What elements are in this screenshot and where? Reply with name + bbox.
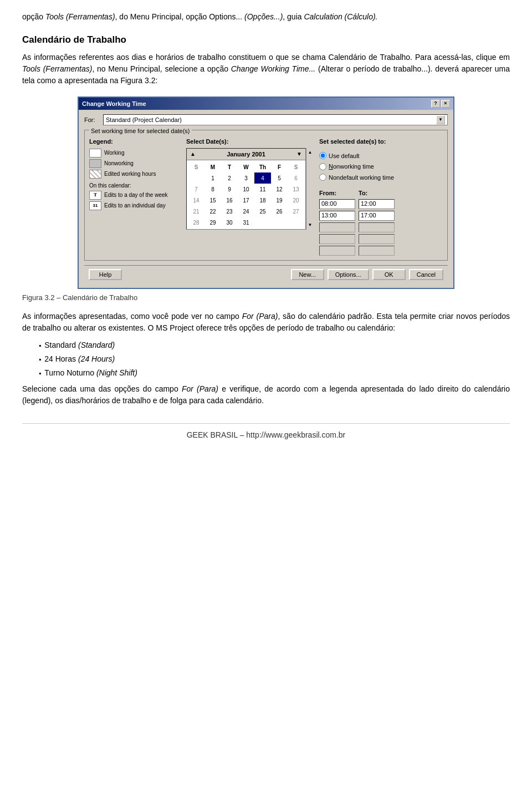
for-row: For: Standard (Project Calendar) ▼ [84,114,448,125]
bullet-standard-text: Standard (Standard) [44,339,115,351]
cal-day-empty2 [254,217,271,228]
cal-day-9[interactable]: 9 [221,184,238,195]
cal-day-empty3 [271,217,288,228]
cal-day-30[interactable]: 30 [221,217,238,228]
cal-day-15[interactable]: 15 [204,195,221,206]
radio-use-default-input[interactable] [319,152,326,159]
change-italic: Change Working Time... [231,64,316,73]
radio-nondefault[interactable]: Nondefault working time [319,173,443,182]
help-titlebar-button[interactable]: ? [431,100,440,108]
from-input-1[interactable]: 08:00 [319,199,355,209]
to-input-5[interactable] [359,246,395,256]
to-input-4[interactable] [359,234,395,244]
cal-day-17[interactable]: 17 [238,195,254,206]
cal-day-29[interactable]: 29 [204,217,221,228]
calendar-wrapper[interactable]: ▲ January 2001 ▼ S M T [186,148,306,230]
cal-day-19[interactable]: 19 [271,195,288,206]
cal-day-28[interactable]: 28 [188,217,204,228]
time-rows: 08:00 12:00 13:00 17:00 [319,199,443,256]
cal-day-21[interactable]: 21 [188,206,204,217]
bullet-item-nightshift: Turno Noturno (Night Shift) [39,367,510,379]
dialog-buttons: Help New... Options... OK Cancel [84,265,448,282]
cal-header-sat: S [288,161,304,172]
new-button[interactable]: New... [291,269,324,280]
cal-day-18[interactable]: 18 [254,195,271,206]
cal-day-7[interactable]: 7 [188,184,204,195]
close-titlebar-button[interactable]: × [441,100,450,108]
for-select-value: Standard (Project Calendar) [106,115,182,125]
nonworking-label: Nonworking [104,159,134,168]
for-select[interactable]: Standard (Project Calendar) ▼ [103,114,448,125]
options-button[interactable]: Options... [328,269,369,280]
cal-day-11[interactable]: 11 [254,184,271,195]
from-input-5[interactable] [319,246,355,256]
radio-nonworking[interactable]: Nonworking time [319,162,443,171]
cal-day-8[interactable]: 8 [204,184,221,195]
titlebar-buttons[interactable]: ? × [431,100,450,108]
help-button[interactable]: Help [89,269,122,280]
to-input-2[interactable]: 17:00 [359,211,395,221]
from-label: From: [319,189,355,198]
post-text: As informações apresentadas, como você p… [22,311,510,334]
legend-item-nonworking: Nonworking [89,159,181,168]
cal-day-22[interactable]: 22 [204,206,221,217]
cal-day-3[interactable]: 3 [238,172,254,184]
cal-day-10[interactable]: 10 [238,184,254,195]
cal-week-1: 1 2 3 4 5 6 [188,172,304,184]
cal-day-20[interactable]: 20 [288,195,304,206]
radio-nondefault-input[interactable] [319,174,326,181]
for-select-arrow[interactable]: ▼ [436,115,445,124]
bullet-item-standard: Standard (Standard) [39,339,510,351]
radio-group: Use default Nonworking time Nondefault w… [319,151,443,182]
bullet-item-24hours: 24 Horas (24 Hours) [39,353,510,365]
from-input-4[interactable] [319,234,355,244]
section-title: Calendário de Trabalho [22,33,510,47]
cal-day-31[interactable]: 31 [238,217,254,228]
on-calendar-item-t: T Edits to a day of the week [89,191,181,200]
cal-day-2[interactable]: 2 [221,172,238,184]
cal-day-6[interactable]: 6 [288,172,304,184]
radio-use-default[interactable]: Use default [319,151,443,161]
edited-box [89,170,101,179]
dialog-wrapper: Change Working Time ? × For: Standard (P… [22,97,510,289]
cal-day-5[interactable]: 5 [271,172,288,184]
cal-day-24[interactable]: 24 [238,206,254,217]
time-row-4 [319,234,443,244]
cal-day-27[interactable]: 27 [288,206,304,217]
scroll-up-arrow[interactable]: ▲ [308,149,313,156]
bullet-nightshift-text: Turno Noturno (Night Shift) [44,367,137,379]
radio-nondefault-label: Nondefault working time [329,173,394,182]
working-box [89,149,101,158]
radio-nonworking-input[interactable] [319,163,326,170]
ok-button[interactable]: OK [372,269,406,280]
post-para-1: As informações apresentadas, como você p… [22,311,510,334]
calendar-scrollbar[interactable]: ▲ ▼ [306,148,314,230]
cal-day-1[interactable]: 1 [204,172,221,184]
legend-item-working: Working [89,149,181,158]
cal-day-empty1[interactable] [188,172,204,184]
cal-day-26[interactable]: 26 [271,206,288,217]
cal-day-13[interactable]: 13 [288,184,304,195]
to-input-3[interactable] [359,222,395,232]
bullet-standard-italic: (Standard) [78,341,115,349]
working-label: Working [104,149,125,157]
from-input-3[interactable] [319,222,355,232]
cal-day-14[interactable]: 14 [188,195,204,206]
cal-prev-button[interactable]: ▲ [189,150,197,158]
cal-day-4[interactable]: 4 [254,172,271,184]
on-calendar-items: T Edits to a day of the week 31 Edits to… [89,191,181,210]
cancel-button[interactable]: Cancel [409,269,443,280]
from-input-2[interactable]: 13:00 [319,211,355,221]
group-box-legend: Set working time for selected date(s) [89,126,192,136]
cal-day-25[interactable]: 25 [254,206,271,217]
cal-day-23[interactable]: 23 [221,206,238,217]
scroll-down-arrow[interactable]: ▼ [308,222,313,229]
calendar-with-scroll: ▲ January 2001 ▼ S M T [186,148,314,230]
cal-day-12[interactable]: 12 [271,184,288,195]
working-time-group: Set working time for selected date(s) Le… [84,130,448,261]
to-input-1[interactable]: 12:00 [359,199,395,209]
cal-day-16[interactable]: 16 [221,195,238,206]
calendar-month: January 2001 [197,150,295,159]
radio-nonworking-label: Nonworking time [329,162,374,171]
cal-next-button[interactable]: ▼ [295,150,303,158]
